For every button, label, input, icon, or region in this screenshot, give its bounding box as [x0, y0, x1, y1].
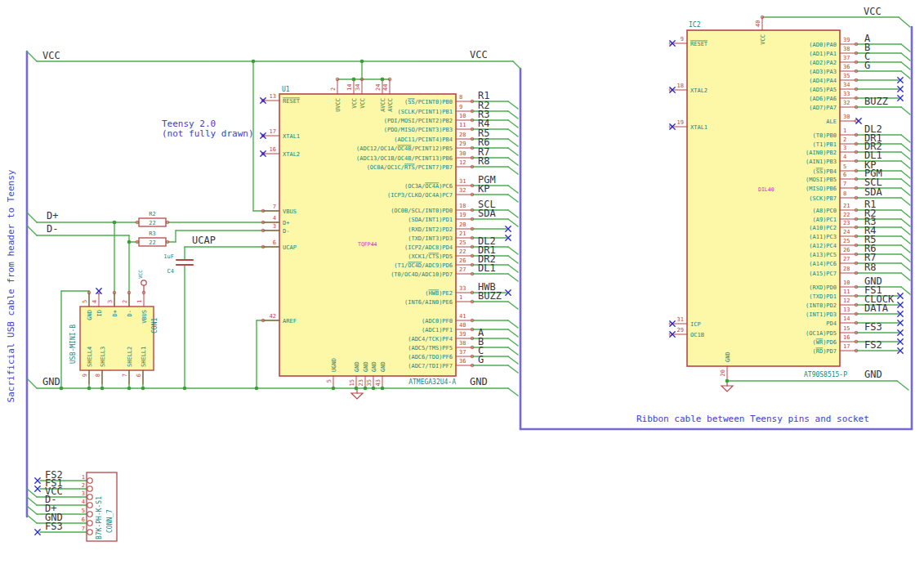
pin-name: (PDO/MISO/PCINT3)PB3: [384, 127, 453, 133]
net-label[interactable]: BUZZ: [864, 96, 888, 107]
pin-number: 33: [843, 91, 850, 97]
net-label[interactable]: SDA: [864, 186, 882, 198]
net-label[interactable]: D+: [47, 210, 58, 222]
pin-number: 24: [843, 229, 850, 235]
net-label[interactable]: GND: [42, 376, 60, 387]
pin-number: 1: [843, 128, 846, 134]
pin-number: 9: [681, 36, 684, 43]
pin-name: (A14)PC6: [809, 261, 837, 267]
pin-number: 18: [459, 203, 466, 209]
pin-name: SHELL3: [100, 347, 106, 367]
pin-number: 27: [459, 266, 466, 273]
resistor-reference: R2: [149, 211, 155, 217]
net-label[interactable]: DL1: [478, 262, 496, 274]
net-label[interactable]: R8: [864, 262, 876, 273]
pin-number: 16: [843, 334, 850, 341]
junction-dot: [100, 387, 105, 391]
pin-number: 17: [270, 128, 276, 135]
pin-circle: [87, 478, 92, 483]
net-label[interactable]: GND: [470, 376, 488, 387]
pin-number: 2: [122, 300, 128, 303]
pin-number: 4: [273, 215, 276, 222]
note-text[interactable]: Ribbon cable between Teensy pins and soc…: [636, 414, 869, 424]
net-label[interactable]: VCC: [864, 6, 882, 17]
pin-name: RESET: [283, 98, 301, 105]
pin-name: (ADC13/OC1B/OC4B/PCINT13)PB6: [356, 155, 453, 162]
net-label[interactable]: GND: [864, 369, 882, 380]
pin-circle: [87, 495, 92, 499]
pin-name: (AD1)PA1: [809, 51, 837, 57]
pin-number: 44: [382, 84, 389, 91]
pin-number: 31: [459, 178, 466, 185]
connector-reference: CONN_7: [106, 509, 114, 533]
ic-value: AT90S8515-P: [804, 371, 847, 378]
net-label[interactable]: G: [478, 354, 484, 365]
pin-number: 28: [459, 132, 466, 138]
net-label[interactable]: FS3: [45, 521, 63, 532]
pin-number: 10: [459, 113, 466, 119]
pin-name: D-: [283, 228, 289, 235]
pin-name: (MISO)PB6: [806, 186, 837, 192]
pin-number: 29: [677, 327, 684, 333]
net-label[interactable]: FS2: [864, 339, 882, 351]
pin-name: (XCK1/CTS)PD5: [408, 253, 453, 260]
pin-name: (PDI/MOSI/PCINT2)PB2: [384, 118, 453, 124]
pin-name: (SCK)PB7: [809, 195, 837, 202]
net-label[interactable]: G: [864, 60, 870, 71]
pin-name: AVCC: [380, 98, 386, 112]
net-label[interactable]: DATA: [864, 302, 889, 314]
ic-u1[interactable]: U1ATMEGA32U4-ATQFP4413RESET17XTAL116XTAL…: [261, 78, 474, 389]
ic-ic2[interactable]: IC2AT90S8515-PDIL409RESET18XTAL219XTAL13…: [669, 16, 858, 381]
net-label[interactable]: D-: [47, 223, 58, 235]
junction-dot: [352, 78, 356, 82]
net-label[interactable]: UCAP: [192, 235, 216, 246]
pin-number: 32: [843, 100, 850, 106]
pin-name: D+: [112, 310, 118, 316]
pin-name: (A10)PC2: [809, 225, 837, 231]
pin-name: ICP: [690, 321, 701, 328]
pin-number: 18: [677, 83, 684, 89]
pin-number: 25: [843, 238, 850, 244]
junction-dot: [381, 387, 385, 391]
note-text[interactable]: Sacrificial USB cable from header to Tee…: [6, 169, 16, 402]
pin-name: GND: [363, 361, 369, 372]
pin-number: 19: [459, 212, 466, 218]
pin-name: D+: [283, 220, 289, 226]
pin-name: (AD4)PA4: [809, 78, 837, 84]
note-text[interactable]: (not fully drawn): [162, 128, 254, 139]
net-label[interactable]: R8: [478, 155, 489, 167]
net-label[interactable]: VCC: [470, 49, 488, 60]
junction-dot: [725, 379, 730, 383]
junction-dot: [113, 221, 117, 225]
pin-number: 38: [843, 46, 850, 52]
ic-reference: U1: [282, 86, 290, 93]
pin-number: 36: [459, 358, 466, 365]
pin-name: ALE: [826, 119, 837, 125]
schematic-canvas[interactable]: U1ATMEGA32U4-ATQFP4413RESET17XTAL116XTAL…: [0, 0, 924, 564]
pin-circle: [87, 486, 92, 491]
pin-number: 34: [355, 84, 361, 91]
net-label[interactable]: SDA: [478, 208, 496, 219]
pin-number: 6: [82, 517, 85, 523]
pin-name: OC1B: [690, 332, 704, 338]
pin-number: 4: [92, 300, 98, 303]
net-label[interactable]: KP: [478, 183, 489, 195]
pin-number: 36: [843, 64, 850, 70]
pin-number: 1: [136, 300, 143, 303]
pin-name: (ADC12/OC1A/OC4B/PCINT12)PB5: [356, 145, 453, 152]
pin-name: (ADC0)PF0: [422, 318, 453, 325]
junction-dot: [332, 387, 336, 391]
pin-number: 5: [326, 379, 333, 383]
pin-name: GND: [380, 361, 386, 372]
net-label[interactable]: BUZZ: [478, 290, 502, 302]
pin-number: 12: [843, 298, 850, 304]
pin-number: 7: [122, 374, 128, 377]
pin-number: 15: [349, 379, 355, 386]
net-label[interactable]: FS3: [864, 321, 882, 333]
pin-number: 1: [82, 474, 85, 481]
pin-number: 39: [459, 331, 466, 338]
net-label[interactable]: VCC: [42, 50, 60, 61]
pin-name: (AD7)PA7: [809, 105, 837, 111]
pin-name: XTAL1: [690, 124, 708, 131]
resistor-reference: R3: [149, 231, 155, 237]
